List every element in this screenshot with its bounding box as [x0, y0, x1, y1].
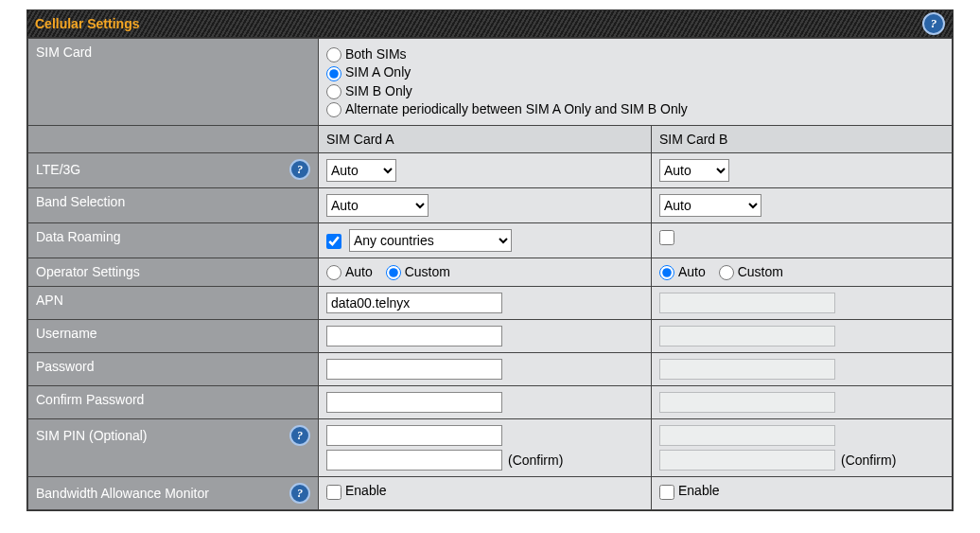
- row-spacer: [28, 126, 319, 153]
- row-label-bam: Bandwidth Allowance Monitor?: [28, 477, 319, 510]
- radio-both-sims-input[interactable]: [326, 47, 341, 62]
- row-label-username: Username: [28, 320, 319, 353]
- op-custom-a-input[interactable]: [386, 265, 401, 280]
- row-label-apn: APN: [28, 287, 319, 320]
- username-input-a[interactable]: [326, 326, 502, 346]
- op-auto-b[interactable]: Auto: [659, 264, 706, 279]
- help-icon[interactable]: ?: [289, 159, 310, 180]
- row-label-band: Band Selection: [28, 188, 319, 223]
- apn-input-a[interactable]: [326, 293, 502, 313]
- confirm-pw-input-a[interactable]: [326, 392, 502, 413]
- password-input-a[interactable]: [326, 359, 502, 380]
- roaming-checkbox-b[interactable]: [659, 230, 674, 245]
- sim-pin-confirm-b: [659, 450, 835, 471]
- username-input-b: [659, 326, 835, 346]
- apn-input-b: [659, 293, 835, 313]
- row-label-roaming: Data Roaming: [28, 223, 319, 258]
- band-select-b[interactable]: Auto: [659, 194, 761, 217]
- sim-pin-input-b: [659, 425, 835, 446]
- row-label-sim-card: SIM Card: [28, 39, 319, 126]
- roaming-checkbox-a[interactable]: [326, 234, 341, 249]
- col-head-a: SIM Card A: [319, 126, 652, 153]
- row-label-sim-pin: SIM PIN (Optional)?: [28, 419, 319, 477]
- confirm-label: (Confirm): [508, 453, 563, 468]
- radio-both-sims[interactable]: Both SIMs: [326, 46, 944, 62]
- help-icon[interactable]: ?: [289, 425, 310, 446]
- op-custom-b-input[interactable]: [719, 265, 734, 280]
- row-label-lte3g: LTE/3G?: [28, 153, 319, 188]
- lte3g-select-b[interactable]: Auto: [659, 159, 729, 182]
- bam-checkbox-b[interactable]: [659, 485, 674, 500]
- bam-enable-b[interactable]: Enable: [659, 483, 720, 498]
- op-custom-b[interactable]: Custom: [719, 264, 783, 279]
- bam-checkbox-a[interactable]: [326, 485, 341, 500]
- confirm-pw-input-b: [659, 392, 835, 413]
- row-label-operator: Operator Settings: [28, 258, 319, 287]
- row-label-password: Password: [28, 353, 319, 386]
- bam-enable-a[interactable]: Enable: [326, 483, 387, 498]
- sim-pin-input-a[interactable]: [326, 425, 502, 446]
- op-custom-a[interactable]: Custom: [386, 264, 450, 279]
- radio-sim-a-only[interactable]: SIM A Only: [326, 64, 944, 80]
- roaming-select-a[interactable]: Any countries: [349, 229, 512, 252]
- col-head-b: SIM Card B: [652, 126, 953, 153]
- panel-title: Cellular Settings: [35, 10, 139, 37]
- op-auto-a-input[interactable]: [326, 265, 341, 280]
- panel-header: Cellular Settings ?: [27, 10, 953, 38]
- help-icon[interactable]: ?: [922, 12, 945, 35]
- radio-sim-b-only[interactable]: SIM B Only: [326, 83, 944, 99]
- sim-pin-confirm-a[interactable]: [326, 450, 502, 471]
- radio-alternate[interactable]: Alternate periodically between SIM A Onl…: [326, 101, 944, 117]
- help-icon[interactable]: ?: [289, 483, 310, 504]
- lte3g-select-a[interactable]: Auto: [326, 159, 396, 182]
- password-input-b: [659, 359, 835, 380]
- row-label-confirm-pw: Confirm Password: [28, 386, 319, 419]
- cellular-settings-panel: Cellular Settings ? SIM Card Both SIMs S…: [26, 9, 954, 511]
- radio-alternate-input[interactable]: [326, 102, 341, 117]
- op-auto-b-input[interactable]: [659, 265, 674, 280]
- radio-sim-a-only-input[interactable]: [326, 66, 341, 81]
- settings-table: SIM Card Both SIMs SIM A Only SIM B Only…: [27, 38, 953, 510]
- confirm-label: (Confirm): [841, 453, 896, 468]
- op-auto-a[interactable]: Auto: [326, 264, 373, 279]
- sim-card-options: Both SIMs SIM A Only SIM B Only Alternat…: [319, 39, 953, 126]
- band-select-a[interactable]: Auto: [326, 194, 429, 217]
- radio-sim-b-only-input[interactable]: [326, 84, 341, 99]
